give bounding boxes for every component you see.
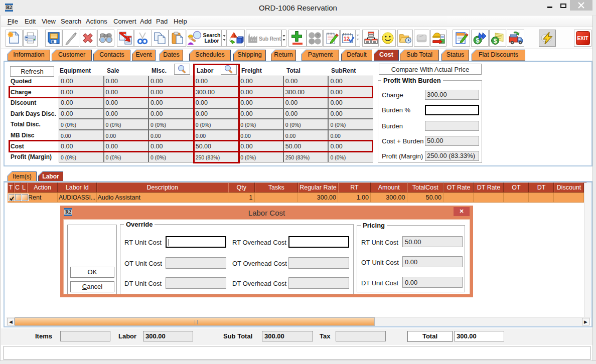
svg-text:?: ? xyxy=(317,33,320,38)
svg-text:$: $ xyxy=(494,38,497,45)
svg-text:12: 12 xyxy=(344,36,350,42)
